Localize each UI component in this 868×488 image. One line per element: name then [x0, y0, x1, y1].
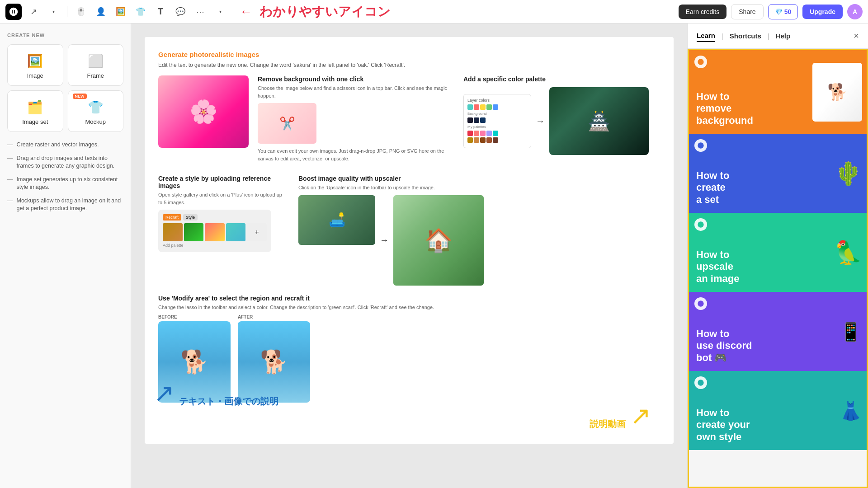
nav-divider-1 [67, 6, 67, 17]
upscale-desc: Click on the 'Upscale' icon in the toolb… [298, 184, 660, 192]
navbar: ↗ ▾ 🖱️ 👤 🖼️ 👕 T 💬 ⋯ ▾ ← わかりやすいアイコン Earn … [0, 0, 868, 23]
share-button[interactable]: Share [731, 4, 763, 19]
tutorial-card-own-style[interactable]: 👗 How tocreate yourown style [689, 371, 867, 450]
annotation-text-jp: テキスト・画像での説明 [179, 395, 278, 408]
create-frame-item[interactable]: ⬜ Frame [68, 44, 124, 86]
logo-button[interactable] [5, 4, 22, 20]
card1-title: How toremovebackground [696, 91, 753, 127]
text-tool[interactable]: T [152, 4, 169, 20]
svg-point-4 [698, 380, 703, 385]
desc-item-1: Create raster and vector images. [7, 141, 123, 149]
card5-thumb: 👗 [840, 400, 862, 421]
yellow-arrow-icon: ↗ [630, 401, 651, 430]
svg-point-1 [698, 142, 703, 148]
tutorial-card-create-set[interactable]: 🌵 How tocreatea set [689, 134, 867, 213]
desc-item-2: Drag and drop images and texts into fram… [7, 155, 123, 170]
nav-divider-2 [234, 6, 234, 17]
tab-separator-1: | [722, 32, 723, 40]
user-tool[interactable]: 👤 [93, 4, 109, 20]
svg-point-2 [698, 221, 703, 227]
after-label: AFTER [238, 314, 310, 319]
tutorial-card-discord[interactable]: 📱 How touse discordbot 🎮 [689, 292, 867, 371]
card2-thumb: 🌵 [834, 160, 862, 187]
close-button[interactable]: × [854, 31, 859, 41]
create-image-item[interactable]: 🖼️ Image [7, 44, 63, 86]
credits-count: 50 [784, 8, 792, 15]
create-imageset-item[interactable]: 🗂️ Image set [7, 90, 63, 132]
upscale-section: Boost image quality with upscaler Click … [298, 175, 660, 286]
remove-bg-desc: Choose the image below and find a scisso… [258, 84, 454, 99]
modify-desc: Change the lasso in the toolbar and sele… [158, 304, 660, 311]
cherry-image: 🌸 [158, 75, 249, 148]
image-label: Image [27, 72, 43, 79]
avatar[interactable]: A [847, 4, 863, 19]
remove-bg-title: Remove background with one click [258, 75, 454, 83]
annotation-video-group: 説明動画 ↗ [590, 401, 651, 430]
card-logo-icon-5 [694, 376, 707, 389]
create-mockup-item[interactable]: NEW 👕 Mockup [68, 90, 124, 132]
before-label: BEFORE [158, 314, 231, 319]
shapes-tool[interactable]: 👕 [132, 4, 149, 20]
card-logo-icon-3 [694, 218, 707, 231]
annotation-text-group: ↗ テキスト・画像での説明 [154, 379, 278, 408]
tab-help[interactable]: Help [776, 30, 791, 42]
generate-subtitle: Edit the text to generate the new one. C… [158, 61, 660, 69]
tab-learn[interactable]: Learn [697, 30, 715, 42]
card-logo-icon-1 [694, 56, 707, 68]
main-canvas[interactable]: Generate photorealistic images Edit the … [131, 23, 687, 488]
mockup-label: Mockup [85, 118, 106, 125]
earn-credits-button[interactable]: Earn credits [679, 5, 727, 19]
tutorial-card-upscale[interactable]: 🦜 How toupscalean image [689, 213, 867, 292]
create-style-title: Create a style by uploading reference im… [158, 175, 285, 189]
tab-separator-2: | [768, 32, 769, 40]
create-style-section: Create a style by uploading reference im… [158, 175, 285, 286]
page-title-jp: わかりやすいアイコン [259, 3, 391, 20]
more-tool-dropdown[interactable]: ▾ [212, 4, 228, 20]
select-tool-dropdown[interactable]: ▾ [45, 4, 61, 20]
pointer-tool[interactable]: 🖱️ [73, 4, 89, 20]
svg-point-3 [698, 300, 703, 306]
modify-title: Use 'Modify area' to select the region a… [158, 295, 660, 302]
tab-shortcuts[interactable]: Shortcuts [730, 30, 761, 42]
imageset-label: Image set [22, 118, 48, 125]
image-icon: 🖼️ [27, 54, 43, 69]
tutorial-cards-list: 🐕 How toremovebackground 🌵 How tocreatea… [688, 49, 868, 488]
create-style-desc: Open style gallery and click on a 'Plus'… [158, 191, 285, 206]
frame-label: Frame [87, 72, 104, 79]
more-tool[interactable]: ⋯ [192, 4, 208, 20]
annotation-video-jp: 説明動画 [590, 418, 626, 430]
upgrade-button[interactable]: Upgrade [802, 5, 843, 19]
card2-title: How tocreatea set [696, 170, 729, 206]
new-badge: NEW [73, 94, 87, 99]
right-panel: Learn | Shortcuts | Help × 🐕 How toremov… [687, 23, 868, 488]
arrow-icon: ← [240, 5, 252, 19]
svg-point-0 [698, 59, 703, 65]
diamond-icon: 💎 [775, 8, 783, 15]
credits-button[interactable]: 💎 50 [768, 4, 798, 19]
upscale-arrow: → [380, 235, 389, 245]
create-grid: 🖼️ Image ⬜ Frame 🗂️ Image set NEW 👕 Mock… [7, 44, 123, 132]
room-after-image: 🏠 [393, 195, 484, 286]
tutorial-card-remove-bg[interactable]: 🐕 How toremovebackground [689, 50, 867, 134]
card3-thumb: 🦜 [834, 239, 862, 266]
canvas-content: Generate photorealistic images Edit the … [145, 37, 674, 444]
nav-right-section: Earn credits Share 💎 50 Upgrade A [679, 4, 863, 19]
style-gallery: Recraft Style + Add palette [158, 210, 271, 252]
imageset-icon: 🗂️ [27, 100, 43, 115]
blue-arrow-icon: ↗ [154, 379, 175, 408]
image-tool[interactable]: 🖼️ [113, 4, 129, 20]
card-logo-icon-4 [694, 297, 707, 310]
create-new-title: CREATE NEW [7, 33, 123, 38]
desc-item-4: Mockups allow to drag an image on it and… [7, 197, 123, 213]
generate-title: Generate photorealistic images [158, 51, 660, 58]
right-panel-header: Learn | Shortcuts | Help × [688, 23, 868, 49]
color-palette-title: Add a specific color palette [463, 75, 660, 83]
mockup-icon: 👕 [88, 100, 104, 115]
card4-title: How touse discordbot 🎮 [696, 328, 752, 364]
card1-thumb: 🐕 [812, 63, 862, 122]
comment-tool[interactable]: 💬 [172, 4, 189, 20]
upscale-title: Boost image quality with upscaler [298, 175, 660, 182]
select-tool[interactable]: ↗ [25, 4, 42, 20]
frame-icon: ⬜ [88, 54, 104, 69]
generate-section: Generate photorealistic images Edit the … [158, 51, 660, 403]
